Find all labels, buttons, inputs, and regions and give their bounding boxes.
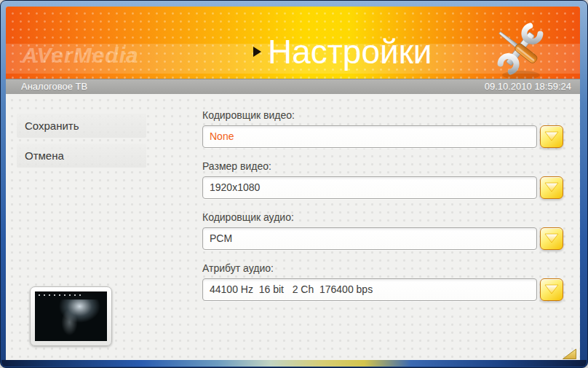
- page-title: Настройки: [268, 34, 432, 70]
- audio-encoder-label: Кодировщик аудио:: [202, 211, 563, 223]
- video-encoder-label: Кодировщик видео:: [202, 109, 563, 121]
- video-encoder-value[interactable]: None: [202, 125, 537, 148]
- audio-attribute-dropdown-button[interactable]: [540, 278, 563, 301]
- save-button[interactable]: Сохранить: [17, 114, 146, 138]
- datetime-label: 09.10.2010 18:59:24: [485, 81, 571, 92]
- cancel-button[interactable]: Отмена: [17, 144, 146, 168]
- video-size-group: Размер видео: 1920x1080: [202, 160, 563, 199]
- page-title-row: Настройки: [253, 34, 432, 70]
- window-content: AVerMedia Настройки: [6, 7, 580, 361]
- dropdown-arrow-icon: [544, 131, 559, 141]
- video-size-label: Размер видео:: [202, 160, 563, 172]
- audio-attribute-group: Атрибут аудио: 44100 Hz 16 bit 2 Ch 1764…: [202, 262, 563, 301]
- app-window: AVerMedia Настройки: [0, 0, 588, 368]
- brand-logo: AVerMedia: [22, 43, 139, 68]
- audio-attribute-value[interactable]: 44100 Hz 16 bit 2 Ch 176400 bps: [202, 278, 537, 301]
- dropdown-arrow-icon: [544, 182, 559, 192]
- settings-form: Кодировщик видео: None Размер видео: 192…: [202, 109, 563, 313]
- window-bottom-border: [1, 360, 587, 367]
- right-arrow-icon: [253, 47, 261, 57]
- audio-encoder-value[interactable]: PCM: [202, 227, 537, 250]
- settings-content: Сохранить Отмена Кодировщик видео: None: [6, 94, 580, 361]
- audio-encoder-dropdown-button[interactable]: [540, 227, 563, 250]
- dropdown-arrow-icon: [544, 284, 559, 294]
- video-size-dropdown-button[interactable]: [540, 176, 563, 199]
- video-osd-bar: [35, 291, 107, 300]
- video-size-value[interactable]: 1920x1080: [202, 176, 537, 199]
- resize-grip-icon[interactable]: [562, 348, 577, 360]
- status-bar: Аналоговое ТВ 09.10.2010 18:59:24: [6, 79, 580, 94]
- sidebar: Сохранить Отмена: [17, 114, 146, 173]
- mode-label: Аналоговое ТВ: [21, 81, 87, 92]
- audio-attribute-label: Атрибут аудио:: [202, 262, 563, 274]
- video-preview-thumbnail[interactable]: [30, 286, 112, 346]
- dropdown-arrow-icon: [544, 233, 559, 243]
- video-encoder-group: Кодировщик видео: None: [202, 109, 563, 148]
- video-encoder-dropdown-button[interactable]: [540, 125, 563, 148]
- header-banner: AVerMedia Настройки: [6, 7, 580, 79]
- audio-encoder-group: Кодировщик аудио: PCM: [202, 211, 563, 250]
- video-frame: [35, 291, 107, 341]
- wrench-screwdriver-icon: [492, 21, 549, 79]
